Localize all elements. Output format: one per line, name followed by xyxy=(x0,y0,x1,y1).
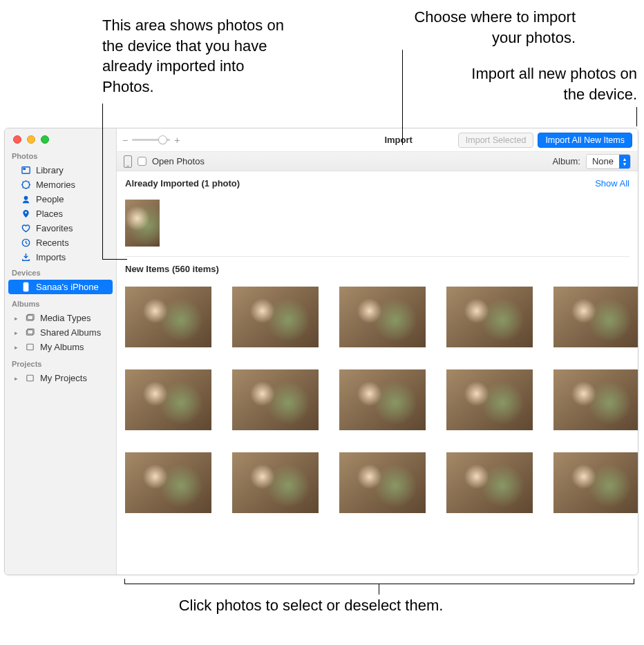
import-icon xyxy=(20,252,31,262)
disclosure-triangle-icon[interactable]: ▸ xyxy=(13,315,19,321)
sidebar-item-places[interactable]: Places xyxy=(5,206,116,221)
sidebar-item-label: Favorites xyxy=(36,223,73,233)
zoom-in-button[interactable]: + xyxy=(174,135,180,146)
callout-import-all: Import all new photos on the device. xyxy=(460,64,637,104)
show-all-link[interactable]: Show All xyxy=(595,178,629,189)
album-icon xyxy=(24,373,35,383)
callout-line xyxy=(102,104,103,259)
callout-line xyxy=(379,584,379,595)
disclosure-triangle-icon[interactable]: ▸ xyxy=(13,375,19,381)
album-select[interactable]: None ▲▼ xyxy=(586,154,631,169)
disclosure-triangle-icon[interactable]: ▸ xyxy=(13,329,19,336)
zoom-out-button[interactable]: − xyxy=(122,135,128,146)
sidebar-item-imports[interactable]: Imports xyxy=(5,250,116,264)
album-label: Album: xyxy=(552,156,580,166)
svg-rect-1 xyxy=(23,168,26,170)
import-content: Already Imported (1 photo) Show All New … xyxy=(117,171,638,575)
sidebar-item-library[interactable]: Library xyxy=(5,163,116,177)
sidebar-item-label: Memories xyxy=(36,180,75,190)
sidebar: Photos Library Memories People Places xyxy=(5,128,117,575)
people-icon xyxy=(20,194,31,204)
svg-point-2 xyxy=(22,181,29,188)
heart-icon xyxy=(20,223,31,233)
callout-line xyxy=(402,50,403,145)
clock-icon xyxy=(20,238,31,248)
sidebar-item-label: Library xyxy=(36,165,64,175)
photo-thumbnail[interactable] xyxy=(125,287,211,347)
sidebar-item-memories[interactable]: Memories xyxy=(5,177,116,192)
photo-thumbnail[interactable] xyxy=(232,452,319,513)
sidebar-item-shared-albums[interactable]: ▸ Shared Albums xyxy=(5,325,116,340)
callout-already-imported: This area shows photos on the device tha… xyxy=(102,15,292,97)
sidebar-item-label: Places xyxy=(36,209,63,219)
photo-thumbnail[interactable] xyxy=(446,369,533,430)
new-items-grid xyxy=(125,277,629,513)
device-icon xyxy=(124,155,132,168)
callout-line xyxy=(634,579,634,584)
zoom-slider[interactable] xyxy=(132,139,170,141)
sidebar-item-people[interactable]: People xyxy=(5,192,116,206)
sidebar-section-devices: Devices xyxy=(5,267,116,280)
sidebar-item-media-types[interactable]: ▸ Media Types xyxy=(5,311,116,325)
photo-thumbnail[interactable] xyxy=(125,200,160,247)
zoom-window-button[interactable] xyxy=(41,135,49,144)
callout-album: Choose where to import your photos. xyxy=(403,7,576,48)
svg-point-3 xyxy=(23,196,28,200)
new-items-title: New Items (560 items) xyxy=(125,257,629,277)
photo-thumbnail[interactable] xyxy=(339,452,426,513)
photo-thumbnail[interactable] xyxy=(339,287,426,347)
sidebar-item-recents[interactable]: Recents xyxy=(5,235,116,250)
photo-thumbnail[interactable] xyxy=(553,287,638,347)
photo-thumbnail[interactable] xyxy=(125,452,211,513)
album-icon xyxy=(24,342,35,352)
import-all-button[interactable]: Import All New Items xyxy=(538,133,632,148)
sidebar-item-label: Shared Albums xyxy=(40,327,101,338)
import-selected-button[interactable]: Import Selected xyxy=(458,133,534,148)
photo-thumbnail[interactable] xyxy=(553,369,638,430)
already-imported-row xyxy=(125,193,629,257)
callout-line xyxy=(124,584,634,584)
open-photos-label: Open Photos xyxy=(152,156,205,166)
zoom-control: − + xyxy=(122,135,180,146)
svg-point-7 xyxy=(25,289,26,291)
open-photos-checkbox[interactable] xyxy=(138,157,146,166)
photo-thumbnail[interactable] xyxy=(125,369,211,430)
sidebar-item-favorites[interactable]: Favorites xyxy=(5,221,116,235)
sidebar-section-photos: Photos xyxy=(5,151,116,163)
svg-point-4 xyxy=(25,212,27,214)
already-imported-title: Already Imported (1 photo) xyxy=(125,178,240,189)
sidebar-item-label: Sanaa's iPhone xyxy=(36,282,99,292)
import-info-bar: Open Photos Album: None ▲▼ xyxy=(117,152,638,171)
chevron-up-down-icon: ▲▼ xyxy=(619,155,630,169)
photo-thumbnail[interactable] xyxy=(232,369,319,430)
callout-line xyxy=(102,259,127,260)
iphone-icon xyxy=(20,282,31,292)
sidebar-item-my-projects[interactable]: ▸ My Projects xyxy=(5,371,116,385)
sidebar-item-my-albums[interactable]: ▸ My Albums xyxy=(5,340,116,354)
photos-app-window: Photos Library Memories People Places xyxy=(4,128,638,575)
memories-icon xyxy=(20,180,31,190)
main-content: − + Import Import Selected Import All Ne… xyxy=(117,128,638,575)
album-icon xyxy=(24,313,35,323)
callout-line xyxy=(124,579,125,584)
photo-thumbnail[interactable] xyxy=(232,287,319,347)
zoom-slider-thumb[interactable] xyxy=(158,135,167,144)
sidebar-item-label: My Projects xyxy=(40,373,87,383)
photo-thumbnail[interactable] xyxy=(553,452,638,513)
sidebar-item-label: Media Types xyxy=(40,313,91,323)
disclosure-triangle-icon[interactable]: ▸ xyxy=(13,344,19,350)
close-window-button[interactable] xyxy=(13,135,21,144)
album-icon xyxy=(24,327,35,338)
sidebar-item-label: Imports xyxy=(36,252,66,262)
sidebar-item-label: My Albums xyxy=(40,342,84,352)
photo-thumbnail[interactable] xyxy=(339,369,426,430)
photo-thumbnail[interactable] xyxy=(446,452,533,513)
photo-thumbnail[interactable] xyxy=(446,287,533,347)
toolbar: − + Import Import Selected Import All Ne… xyxy=(117,128,638,152)
sidebar-section-albums: Albums xyxy=(5,298,116,311)
sidebar-item-label: Recents xyxy=(36,238,69,248)
library-icon xyxy=(20,165,31,175)
minimize-window-button[interactable] xyxy=(27,135,35,144)
already-imported-header: Already Imported (1 photo) Show All xyxy=(125,178,629,193)
sidebar-item-device[interactable]: Sanaa's iPhone xyxy=(8,280,113,294)
